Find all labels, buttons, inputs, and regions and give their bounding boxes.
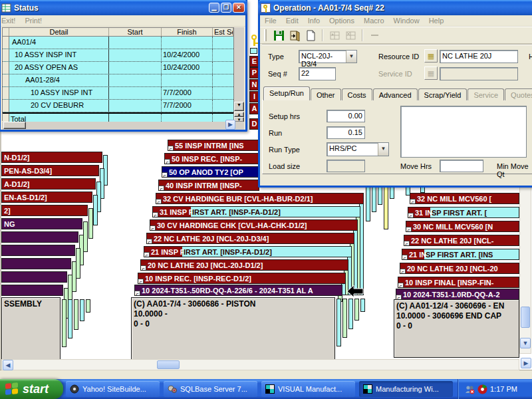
hscroll-thumb[interactable] (157, 360, 180, 369)
spin-up-button[interactable]: ▲ (234, 112, 244, 117)
cascade-operation-titlebar[interactable]: N-D1/2] (1, 152, 102, 163)
run-field[interactable]: 0.15 (327, 126, 365, 139)
setup-hrs-field[interactable]: 0.00 (327, 110, 365, 122)
cascade-operation-titlebar[interactable]: c30 CV HARDINGE CHK [CVL-HA-CHK-D1/2] (150, 219, 358, 231)
menu-info[interactable]: Info (303, 16, 325, 25)
cascade-operation-titlebar[interactable]: c10 INSP FINAL [INSP-FIN- (398, 277, 519, 288)
table-cell: 7/7/2000 (162, 87, 213, 99)
taskbar-button-yahoo-sitebuilde-[interactable]: Yahoo! SiteBuilde... (66, 381, 160, 397)
menu-options[interactable]: Options (325, 16, 359, 25)
job-info-window-middle[interactable]: (C) AA01-7/4 - 3060686 - PISTON10.0000 -… (131, 297, 335, 362)
cascade-operation-titlebar[interactable]: NG (1, 218, 82, 229)
run-type-combo[interactable]: HRS/PC ▼ (327, 142, 389, 156)
operation-notes-textarea[interactable] (400, 106, 527, 158)
resource-id-field[interactable]: NC LATHE 20J (440, 50, 518, 63)
menu-help[interactable]: Help (424, 16, 449, 25)
minimize-button[interactable]: ▁ (209, 3, 219, 13)
table-scroll-right-button[interactable]: ▶ (225, 120, 235, 130)
tab-setup-run[interactable]: Setup/Run (263, 86, 310, 100)
users-offline-icon[interactable] (465, 384, 474, 394)
cascade-operation-titlebar[interactable]: c40 INSP INTRM [INSP- (158, 180, 259, 191)
cascade-operation-titlebar[interactable] (1, 258, 71, 269)
cascade-operation-titlebar[interactable]: c22 NC LATHE 20J [NCL- (404, 235, 519, 246)
cascade-operation-titlebar[interactable]: A-D1/2] (1, 178, 96, 190)
cascade-operation-titlebar[interactable]: c32 CV HARDINGE BUR [CVL-HA-BUR-D2/1] (156, 193, 364, 204)
column-header[interactable]: Detail (9, 28, 109, 36)
tab-scrap-yield[interactable]: Scrap/Yield (418, 88, 467, 100)
cascade-operation-titlebar[interactable] (1, 271, 67, 283)
menu-edit[interactable]: Edit (281, 16, 303, 25)
tab-advanced[interactable]: Advanced (373, 88, 418, 100)
type-combo[interactable]: NCL-20J-D3/4 ▼ (299, 50, 357, 63)
cascade-operation-titlebar[interactable]: c55 INSP INTRM [INS (168, 140, 259, 151)
cascade-operation-titlebar[interactable]: c31 INSP FIRST ART. [INSP-FA-D1/2] (152, 206, 360, 217)
column-header[interactable] (3, 28, 9, 36)
status-titlebar[interactable]: Status ▁ ❐ ✕ (0, 0, 247, 15)
run-type-dropdown-button[interactable]: ▼ (378, 143, 388, 156)
cascade-operation-titlebar[interactable] (1, 285, 63, 296)
cascade-operation-titlebar[interactable]: c31 INSP FIRST ART. [ (408, 207, 519, 218)
cascade-operation-titlebar[interactable]: EN-AS-D1/2] (1, 192, 92, 203)
table-row[interactable]: 20 CV DEBURR7/7/2000 (3, 100, 233, 112)
scroll-left-button[interactable]: ◀ (3, 360, 13, 370)
table-vscrollbar[interactable]: ▼ (234, 27, 244, 111)
table-row[interactable]: 10 ASSY INSP INT10/24/2000 (3, 49, 233, 62)
start-button[interactable]: start (0, 379, 63, 399)
maximize-button[interactable]: ❐ (221, 3, 231, 13)
column-header[interactable]: Finish (162, 28, 213, 36)
cascade-operation-titlebar[interactable]: c20 NC LATHE 20J [NCL-20 (400, 263, 519, 274)
cascade-operation-titlebar[interactable]: PEN-AS-D3/4] (1, 165, 99, 176)
cascade-operation-titlebar[interactable] (1, 231, 78, 243)
tab-other[interactable]: Other (311, 88, 341, 100)
job-info-window-left[interactable]: SSEMBLY (1, 297, 61, 362)
exit-door-icon[interactable] (288, 29, 301, 42)
cascade-operation-titlebar[interactable]: c10 2024-T351-1.0RD-QQ-A-2 (396, 289, 519, 300)
cascade-operation-titlebar[interactable]: 2] (1, 205, 88, 216)
job-info-window-right[interactable]: (C) AA01-12/4 - 3060696 - EN10.0000 - 30… (394, 299, 519, 358)
cascade-operation-titlebar[interactable]: c30 NC MILL MCV560 [N (406, 221, 519, 232)
cascade-operation-titlebar[interactable]: c22 NC LATHE 20J [NCL-20J-D3/4] (146, 233, 354, 244)
menu-macro[interactable]: Macro (359, 16, 389, 25)
cascade-operation-titlebar[interactable]: c50 OP ANOD TY2 [OP (162, 166, 259, 178)
cascade-operation-titlebar[interactable]: c50 INSP REC. [INSP- (164, 153, 259, 164)
table-scroll-down-button[interactable]: ▼ (234, 102, 244, 111)
cascade-operation-titlebar[interactable]: c20 NC LATHE 20J [NCL-20J-D1/2] (140, 259, 348, 271)
agent-status-icon[interactable] (477, 384, 487, 394)
menu-file[interactable]: File (260, 16, 281, 25)
menu-exit[interactable]: Exit! (0, 16, 20, 25)
type-dropdown-button[interactable]: ▼ (346, 51, 356, 63)
toolbar-grip[interactable] (264, 29, 267, 41)
operation-titlebar[interactable]: Operation - AA01-7/4 Seq# 22 (258, 0, 532, 15)
table-row[interactable]: AA01-28/4 (3, 74, 233, 87)
new-document-icon[interactable] (304, 29, 317, 42)
status-table[interactable]: DetailStartFinishEst Set ▲AA01/410 ASSY … (2, 27, 234, 121)
cascade-operation-titlebar[interactable]: c10 2024-T351-.50RD-QQ-A-226/6 - 2024-T3… (134, 285, 342, 296)
table-row[interactable]: 10 ASSY INSP INT7/7/2000 (3, 87, 233, 100)
cascade-operation-titlebar[interactable]: c10 INSP REC. [INSP-REC-D1/2] (138, 273, 346, 284)
move-hrs-field[interactable] (440, 160, 483, 172)
close-button[interactable]: ✕ (233, 3, 245, 13)
column-header[interactable]: Start (109, 28, 162, 36)
vscroll-thumb[interactable] (521, 307, 530, 328)
cascade-operation-titlebar[interactable] (1, 245, 75, 256)
table-hscrollbar[interactable]: ▶ (2, 122, 244, 130)
menu-print[interactable]: Print! (20, 16, 47, 25)
seq-field[interactable]: 22 (299, 67, 336, 80)
tab-costs[interactable]: Costs (342, 88, 372, 100)
scroll-down-button[interactable]: ▼ (520, 338, 531, 348)
save-icon[interactable] (272, 29, 285, 42)
table-row[interactable]: 20 ASSY OPEN AS10/24/2000 (3, 62, 233, 74)
cascade-operation-titlebar[interactable]: c21 INSP FIRST ART. [INS (402, 249, 519, 260)
taskbar-button-sqlbase-server-7-[interactable]: SQLBase Server 7... (164, 381, 257, 397)
scroll-right-button[interactable]: ▶ (521, 358, 531, 368)
taskbar-button-visual-manufact-[interactable]: VISUAL Manufact... (261, 381, 355, 397)
taskbar-button-manufacturing-wi-[interactable]: Manufacturing Wi... (359, 381, 453, 397)
cascade-operation-titlebar[interactable]: c21 INSP FIRST ART. [INSP-FA-D1/2] (144, 246, 352, 257)
table-row[interactable]: AA01/4 (3, 37, 233, 49)
menu-window[interactable]: Window (389, 16, 424, 25)
horizontal-scrollbar[interactable] (1, 359, 519, 370)
cascade-operation-titlebar[interactable]: c32 NC MILL MCV560 [ (410, 193, 519, 204)
column-header[interactable]: Est Set ▲ (213, 28, 233, 36)
table-hscroll-thumb[interactable] (3, 122, 26, 129)
resource-lookup-button[interactable]: ▦ (424, 49, 438, 63)
